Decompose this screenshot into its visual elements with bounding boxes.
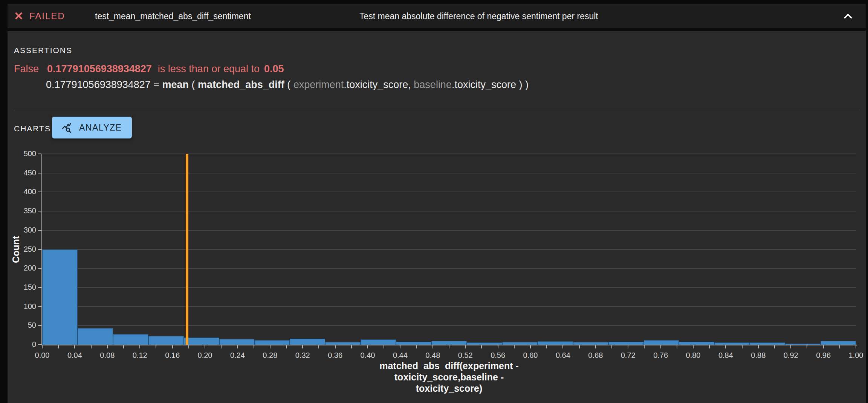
y-tick: [38, 306, 41, 307]
x-tick: [742, 345, 743, 348]
x-tick: [318, 345, 319, 348]
y-tick-label: 200: [13, 264, 36, 272]
assertion-threshold: 0.05: [264, 63, 284, 75]
assertion-comparison: is less than or equal to: [158, 63, 260, 75]
y-gridline: [42, 211, 856, 211]
x-tick-label: 0.36: [322, 351, 348, 360]
charts-section-label: CHARTS: [14, 124, 51, 133]
histogram-bar: [608, 342, 644, 345]
x-tick: [774, 345, 775, 348]
histogram-bar: [502, 342, 538, 345]
x-tick-label: 0.68: [582, 351, 609, 360]
test-result-header[interactable]: ✕ FAILED test_mean_matched_abs_diff_sent…: [8, 4, 866, 28]
x-tick: [123, 345, 124, 348]
x-tick: [205, 345, 205, 348]
y-tick: [38, 173, 41, 173]
histogram-bar: [78, 328, 113, 345]
x-tick: [384, 345, 384, 348]
x-tick-label: 0.88: [745, 351, 772, 360]
y-tick-label: 350: [13, 207, 36, 215]
y-tick: [38, 230, 41, 231]
x-tick-label: 0.20: [192, 351, 218, 360]
x-tick-label: 0.04: [61, 351, 88, 360]
x-tick: [823, 345, 824, 348]
x-tick-label: 0.24: [224, 351, 251, 360]
y-gridline: [42, 173, 856, 173]
test-description: Test mean absolute difference of negativ…: [359, 11, 598, 21]
x-tick-label: 1.00: [843, 351, 868, 360]
x-tick: [644, 345, 645, 348]
histogram-bar: [254, 340, 290, 345]
x-tick-label: 0.84: [712, 351, 739, 360]
histogram-bar: [431, 341, 467, 345]
x-tick: [481, 345, 482, 348]
x-tick: [91, 345, 92, 348]
x-tick: [107, 345, 108, 348]
y-tick: [38, 154, 41, 154]
histogram-bar: [821, 341, 856, 345]
y-tick: [38, 268, 41, 269]
x-tick: [42, 345, 43, 348]
histogram-bar: [361, 339, 396, 345]
failed-x-icon: ✕: [14, 11, 23, 22]
expression-arg-experiment: experiment: [293, 79, 344, 90]
x-tick-label: 0.96: [810, 351, 837, 360]
histogram-bar: [219, 339, 255, 345]
histogram-bar: [290, 339, 325, 345]
histogram-chart: Count 0501001502002503003504004505000.00…: [8, 154, 866, 403]
y-tick: [38, 211, 41, 211]
x-tick: [546, 345, 547, 348]
y-tick-label: 50: [13, 321, 36, 330]
x-tick: [595, 345, 596, 348]
x-axis-title: matched_abs_diff(experiment - toxicity_s…: [42, 360, 856, 394]
x-tick-label: 0.92: [778, 351, 804, 360]
x-tick-label: 0.32: [289, 351, 316, 360]
y-gridline: [42, 192, 856, 192]
x-tick: [58, 345, 59, 348]
y-tick-label: 400: [13, 187, 36, 196]
y-tick-label: 500: [13, 149, 36, 158]
y-gridline: [42, 306, 856, 307]
histogram-bar: [148, 336, 184, 345]
assertion-expression: 0.17791056938934827 = mean ( matched_abs…: [46, 79, 529, 91]
x-tick-label: 0.80: [680, 351, 706, 360]
y-tick-label: 300: [13, 226, 36, 234]
histogram-bar: [113, 334, 148, 345]
x-tick: [221, 345, 222, 348]
y-tick-label: 0: [13, 340, 36, 349]
x-tick: [514, 345, 515, 348]
x-tick-label: 0.72: [615, 351, 641, 360]
assertion-result-line: False0.17791056938934827is less than or …: [14, 63, 284, 75]
analyze-button[interactable]: ANALYZE: [52, 117, 132, 138]
chevron-up-icon[interactable]: [842, 10, 854, 23]
y-axis-line: [41, 154, 42, 345]
x-tick: [611, 345, 612, 348]
analyze-button-label: ANALYZE: [79, 123, 122, 133]
x-tick: [400, 345, 400, 348]
histogram-bar: [42, 249, 78, 345]
y-tick-label: 150: [13, 283, 36, 292]
expression-fn-mean: mean: [162, 79, 189, 90]
assertion-result: False: [14, 63, 39, 75]
x-tick: [562, 345, 563, 348]
x-tick: [628, 345, 628, 348]
plot-area: [42, 154, 856, 345]
x-tick: [579, 345, 580, 348]
mean-marker-line: [186, 154, 188, 345]
x-tick-label: 0.16: [159, 351, 186, 360]
x-tick: [465, 345, 466, 348]
y-gridline: [42, 249, 856, 250]
x-tick: [790, 345, 791, 348]
y-tick-label: 450: [13, 169, 36, 177]
x-tick-label: 0.52: [452, 351, 478, 360]
y-tick: [38, 344, 41, 345]
x-tick: [139, 345, 140, 348]
x-tick: [530, 345, 531, 348]
expression-arg-baseline: baseline: [414, 79, 452, 90]
x-tick-label: 0.60: [517, 351, 544, 360]
assertion-value: 0.17791056938934827: [47, 63, 152, 75]
test-name: test_mean_matched_abs_diff_sentiment: [95, 11, 251, 21]
histogram-bar: [325, 342, 361, 345]
x-tick: [286, 345, 287, 348]
histogram-bar: [573, 342, 608, 345]
